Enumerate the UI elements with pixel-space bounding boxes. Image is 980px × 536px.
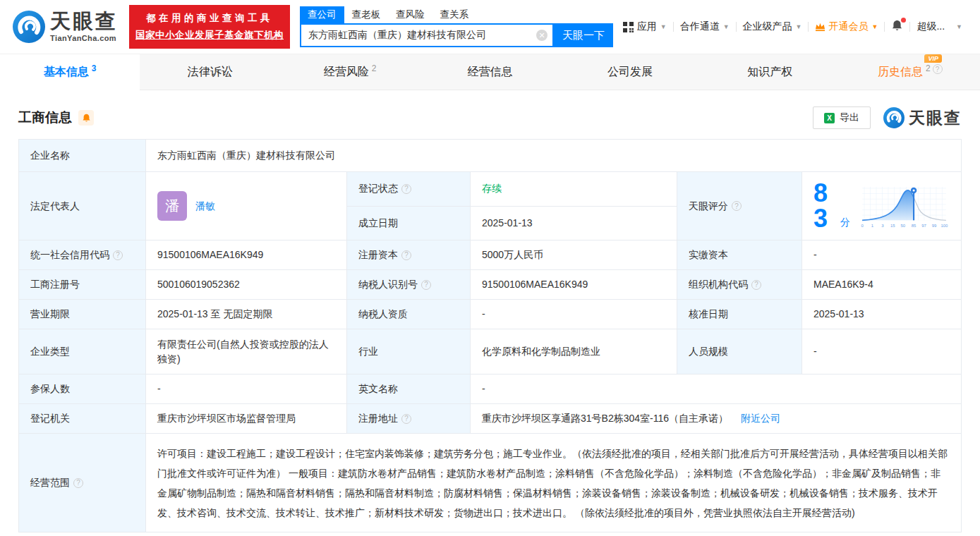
tianyancha-logo[interactable]: 天眼查 TianYanCha.com: [13, 11, 118, 43]
vip-badge: VIP: [924, 54, 942, 63]
business-term-value: 2025-01-13 至 无固定期限: [146, 300, 347, 329]
table-row: 工商注册号 500106019052362 纳税人识别号 ? 91500106M…: [19, 270, 962, 300]
avatar[interactable]: 潘: [157, 191, 187, 221]
staff-size-label: 人员规模: [677, 329, 802, 374]
legal-rep-cell: 潘 潘敏: [146, 172, 347, 240]
reg-status-value: 存续: [471, 172, 677, 207]
insured-count-label: 参保人数: [19, 374, 146, 404]
nav-apps-label: 应用: [637, 20, 657, 33]
credit-code-label: 统一社会信用代码 ?: [19, 240, 146, 270]
tianyancha-swirl-icon: [883, 107, 905, 128]
svg-text:50: 50: [900, 224, 905, 228]
tab-history-info[interactable]: 历史信息 VIP 2 ?: [840, 54, 980, 90]
est-date-value: 2025-01-13: [471, 206, 677, 240]
table-row: 登记机关 重庆市沙坪坝区市场监督管理局 注册地址 ? 重庆市沙坪坝区享通路31号…: [19, 404, 962, 434]
legal-rep-label: 法定代表人: [19, 172, 146, 240]
industry-label: 行业: [347, 329, 471, 374]
chevron-down-icon: ▼: [660, 23, 667, 30]
search-area: 查公司 查老板 查风险 查关系 ✕ 天眼一下: [300, 6, 613, 47]
english-name-value: -: [471, 374, 962, 404]
help-icon[interactable]: ?: [113, 250, 123, 260]
tab-business-info[interactable]: 经营信息: [420, 54, 559, 90]
top-bar: 天眼查 TianYanCha.com 都在用的商业查询工具 国家中小企业发展子基…: [0, 0, 980, 54]
notifications-bell[interactable]: [885, 20, 909, 34]
reg-number-label: 工商注册号: [19, 270, 146, 300]
search-tab-company[interactable]: 查公司: [300, 6, 344, 23]
watermark-logo-text: 天眼查: [909, 107, 962, 129]
tab-label: 基本信息: [44, 65, 89, 80]
logo-brand: 天眼查: [50, 11, 118, 32]
monitor-bell-button[interactable]: [78, 110, 94, 126]
reg-address-value: 重庆市沙坪坝区享通路31号B2栋304室-116（自主承诺）: [482, 413, 728, 424]
tab-legal-proceedings[interactable]: 法律诉讼: [140, 54, 279, 90]
legal-rep-link[interactable]: 潘敏: [195, 199, 215, 214]
score-value: 83: [813, 181, 837, 231]
search-button[interactable]: 天眼一下: [554, 23, 613, 47]
search-row: ✕ 天眼一下: [300, 23, 613, 47]
nav-cooperation[interactable]: 合作通道 ▼: [674, 20, 736, 33]
reg-address-cell: 重庆市沙坪坝区享通路31号B2栋304室-116（自主承诺） 附近公司: [471, 404, 962, 434]
score-unit: 分: [840, 215, 850, 230]
org-code-value: MAEA16K9-4: [802, 270, 962, 300]
insured-count-value: -: [146, 374, 347, 404]
taxpayer-id-label: 纳税人识别号 ?: [347, 270, 471, 300]
score-label: 天眼评分 ?: [677, 172, 802, 240]
taxpayer-quality-value: -: [471, 300, 677, 329]
company-type-value: 有限责任公司(自然人投资或控股的法人独资): [146, 329, 347, 374]
reg-capital-value: 5000万人民币: [471, 240, 677, 270]
help-icon[interactable]: ?: [933, 64, 943, 74]
clear-icon[interactable]: ✕: [536, 30, 548, 41]
search-tab-relation[interactable]: 查关系: [432, 6, 477, 23]
table-row: 参保人数 - 英文名称 -: [19, 374, 962, 404]
svg-text:97: 97: [921, 224, 926, 228]
svg-text:3: 3: [881, 224, 884, 228]
section-title: 工商信息: [18, 109, 72, 127]
help-icon[interactable]: ?: [73, 478, 83, 488]
business-info-table: 企业名称 东方雨虹西南（重庆）建材科技有限公司 法定代表人 潘 潘敏 登记状态 …: [18, 139, 962, 532]
score-axis-labels: 0 1 3 15 50 85 97 99 100: [861, 224, 948, 228]
nav-enterprise-products[interactable]: 企业级产品 ▼: [737, 20, 809, 33]
nav-super-vip[interactable]: 超级... ▼: [910, 20, 969, 33]
reg-authority-label: 登记机关: [19, 404, 146, 434]
table-row: 营业期限 2025-01-13 至 无固定期限 纳税人资质 - 核准日期 202…: [19, 300, 962, 329]
business-scope-value: 许可项目：建设工程施工；建设工程设计；住宅室内装饰装修；建筑劳务分包；施工专业作…: [146, 434, 962, 532]
help-icon[interactable]: ?: [401, 414, 411, 424]
tab-label: 经营风险: [324, 65, 369, 80]
tab-label: 历史信息 VIP: [878, 65, 923, 80]
search-tab-risk[interactable]: 查风险: [388, 6, 432, 23]
search-input-wrap: ✕: [300, 23, 554, 47]
reg-capital-label: 注册资本 ?: [347, 240, 471, 270]
table-row: 企业类型 有限责任公司(自然人投资或控股的法人独资) 行业 化学原料和化学制品制…: [19, 329, 962, 374]
help-icon[interactable]: ?: [401, 184, 411, 194]
company-name-label: 企业名称: [19, 140, 146, 172]
paid-capital-label: 实缴资本: [677, 240, 802, 270]
apps-grid-icon: [623, 22, 634, 32]
bell-icon: [82, 114, 91, 123]
nav-open-membership[interactable]: 开通会员 ▼: [809, 20, 884, 33]
company-type-label: 企业类型: [19, 329, 146, 374]
business-scope-label: 经营范围 ?: [19, 434, 146, 532]
help-icon[interactable]: ?: [732, 201, 742, 211]
tab-basic-info[interactable]: 基本信息 3: [0, 54, 140, 90]
tab-count: 2: [926, 63, 931, 73]
help-icon[interactable]: ?: [401, 250, 411, 260]
tab-operating-risk[interactable]: 经营风险 2: [280, 54, 420, 90]
slogan-line2: 国家中小企业发展子基金旗下机构: [135, 27, 284, 44]
help-icon[interactable]: ?: [751, 280, 761, 290]
tab-intellectual-property[interactable]: 知识产权: [700, 54, 840, 90]
logo-domain: TianYanCha.com: [50, 34, 118, 42]
help-icon[interactable]: ?: [421, 280, 431, 290]
nearby-companies-link[interactable]: 附近公司: [741, 413, 780, 424]
export-button[interactable]: X 导出: [813, 106, 871, 129]
tab-company-development[interactable]: 公司发展: [560, 54, 700, 90]
table-row: 统一社会信用代码 ? 91500106MAEA16K949 注册资本 ? 500…: [19, 240, 962, 270]
search-tab-boss[interactable]: 查老板: [344, 6, 389, 23]
approval-date-value: 2025-01-13: [802, 300, 962, 329]
table-row: 经营范围 ? 许可项目：建设工程施工；建设工程设计；住宅室内装饰装修；建筑劳务分…: [19, 434, 962, 532]
search-input[interactable]: [300, 23, 554, 47]
nav-apps[interactable]: 应用 ▼: [617, 20, 673, 33]
tab-label: 经营信息: [467, 65, 512, 80]
taxpayer-quality-label: 纳税人资质: [347, 300, 471, 329]
table-row: 企业名称 东方雨虹西南（重庆）建材科技有限公司: [19, 140, 962, 172]
nav-enterprise-label: 企业级产品: [743, 20, 792, 33]
